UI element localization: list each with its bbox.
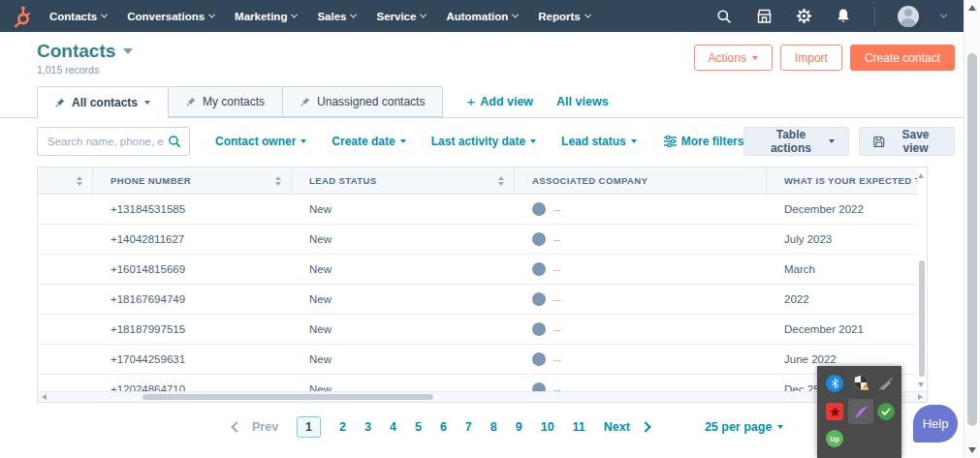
filter-contact-owner[interactable]: Contact owner — [215, 135, 306, 148]
search-box[interactable] — [37, 127, 190, 156]
page-number-7[interactable]: 7 — [465, 420, 472, 434]
page-number-11[interactable]: 11 — [573, 420, 585, 434]
tab-label: My contacts — [203, 95, 265, 108]
column-header-lead-status[interactable]: LEAD STATUS — [292, 168, 515, 194]
page-number-3[interactable]: 3 — [364, 420, 371, 434]
scroll-up-arrow-icon[interactable] — [918, 173, 924, 178]
notifications-icon[interactable] — [835, 8, 852, 25]
scroll-right-arrow-icon[interactable] — [918, 394, 923, 400]
import-button-label: Import — [795, 51, 828, 65]
page-number-4[interactable]: 4 — [390, 420, 396, 434]
phone-cell: +18187997515 — [93, 323, 292, 335]
disabled-pen-icon[interactable] — [877, 375, 895, 392]
search-icon[interactable] — [168, 135, 181, 148]
table-row[interactable]: +13184531585 New -- December 2022 — [38, 195, 927, 225]
settings-icon[interactable] — [795, 8, 812, 25]
nav-item-service[interactable]: Service — [376, 11, 426, 22]
table-row[interactable]: +14042811627 New -- July 2023 — [38, 225, 927, 255]
filter-last-activity-date[interactable]: Last activity date — [431, 135, 536, 148]
help-button[interactable]: Help — [913, 405, 958, 443]
pin-icon — [55, 98, 65, 107]
phone-cell: +14042811627 — [93, 233, 292, 245]
chevron-down-icon — [752, 56, 758, 60]
filter-lead-status[interactable]: Lead status — [561, 135, 637, 148]
page-number-10[interactable]: 10 — [541, 420, 554, 434]
create-contact-button[interactable]: Create contact — [850, 45, 955, 71]
scrollbar-thumb[interactable] — [142, 394, 433, 400]
page-number-1[interactable]: 1 — [297, 416, 321, 438]
page-scrollbar[interactable] — [964, 0, 980, 458]
user-avatar[interactable] — [898, 6, 919, 27]
scroll-down-arrow-icon[interactable] — [918, 382, 924, 387]
page-title: Contacts — [37, 41, 115, 62]
actions-button[interactable]: Actions — [694, 45, 773, 71]
column-header-phone-number[interactable]: PHONE NUMBER — [93, 168, 292, 194]
top-navigation: Contacts Conversations Marketing Sales S… — [0, 0, 964, 32]
import-button[interactable]: Import — [780, 45, 842, 71]
page-number-6[interactable]: 6 — [440, 420, 447, 434]
scroll-up-arrow-icon[interactable] — [968, 5, 976, 11]
scrollbar-thumb[interactable] — [967, 53, 977, 426]
search-input[interactable] — [47, 136, 168, 147]
company-avatar — [532, 352, 546, 366]
up-status-icon[interactable]: Up — [826, 430, 843, 447]
green-check-icon[interactable] — [877, 403, 895, 420]
security-shield-icon[interactable] — [852, 374, 869, 391]
column-header-travel-date[interactable]: WHAT IS YOUR EXPECTED TRAVEL DA — [767, 168, 927, 194]
chevron-down-icon[interactable] — [940, 12, 947, 18]
sort-icon[interactable] — [498, 176, 514, 186]
scrollbar-thumb[interactable] — [919, 260, 925, 377]
page-number-2[interactable]: 2 — [339, 420, 346, 434]
tab-all-contacts[interactable]: All contacts — [37, 86, 169, 118]
company-value: -- — [553, 293, 560, 305]
nav-item-marketing[interactable]: Marketing — [235, 11, 297, 22]
prev-page-button[interactable]: Prev — [233, 420, 278, 434]
more-filters-button[interactable]: More filters — [664, 135, 744, 148]
page-number-8[interactable]: 8 — [490, 420, 497, 434]
marketplace-icon[interactable] — [755, 8, 773, 25]
nav-item-contacts[interactable]: Contacts — [49, 11, 107, 22]
table-row[interactable]: +17044259631 New -- June 2022 — [38, 345, 927, 375]
hubspot-logo-icon[interactable] — [12, 5, 34, 28]
column-header-sliver[interactable] — [38, 168, 93, 194]
chevron-down-icon — [631, 139, 637, 143]
page-size-dropdown[interactable]: 25 per page — [705, 420, 783, 434]
divider — [874, 7, 875, 26]
page-number-5[interactable]: 5 — [415, 420, 422, 434]
scroll-left-arrow-icon[interactable] — [42, 394, 47, 400]
sort-icon[interactable] — [275, 176, 291, 186]
page-number-9[interactable]: 9 — [516, 420, 522, 434]
tab-my-contacts[interactable]: My contacts — [169, 86, 283, 117]
add-view-link[interactable]: + Add view — [466, 95, 533, 108]
search-icon[interactable] — [715, 8, 733, 25]
filter-create-date[interactable]: Create date — [332, 135, 405, 148]
tab-unassigned-contacts[interactable]: Unassigned contacts — [283, 86, 443, 117]
table-vertical-scrollbar[interactable] — [917, 168, 927, 391]
nav-item-label: Contacts — [49, 11, 97, 22]
save-view-button[interactable]: Save view — [859, 127, 955, 156]
purple-feather-icon[interactable] — [848, 399, 873, 424]
travel-date-cell: March — [767, 263, 927, 275]
table-row[interactable]: +18167694749 New -- 2022 — [38, 285, 927, 315]
sort-icon[interactable] — [77, 176, 92, 186]
table-horizontal-scrollbar[interactable] — [38, 391, 927, 402]
next-page-button[interactable]: Next — [604, 420, 649, 434]
table-row[interactable]: +18187997515 New -- December 2021 — [38, 315, 927, 345]
table-row[interactable]: +16014815669 New -- March — [38, 255, 927, 285]
all-views-link[interactable]: All views — [556, 95, 609, 108]
scroll-down-arrow-icon[interactable] — [968, 447, 976, 453]
table-actions-button[interactable]: Table actions — [743, 127, 849, 156]
chevron-down-icon — [350, 12, 357, 18]
tab-label: All contacts — [72, 96, 138, 109]
bluetooth-icon[interactable] — [826, 375, 843, 392]
red-app-icon[interactable] — [826, 403, 843, 420]
actions-button-label: Actions — [709, 51, 746, 65]
page-title-dropdown[interactable]: Contacts — [37, 41, 133, 62]
nav-item-label: Sales — [317, 11, 346, 22]
nav-item-reports[interactable]: Reports — [538, 11, 589, 22]
nav-item-conversations[interactable]: Conversations — [127, 11, 214, 22]
column-header-associated-company[interactable]: ASSOCIATED COMPANY — [515, 168, 767, 194]
nav-item-automation[interactable]: Automation — [446, 11, 518, 22]
nav-item-sales[interactable]: Sales — [317, 11, 356, 22]
plus-icon: + — [466, 97, 475, 107]
